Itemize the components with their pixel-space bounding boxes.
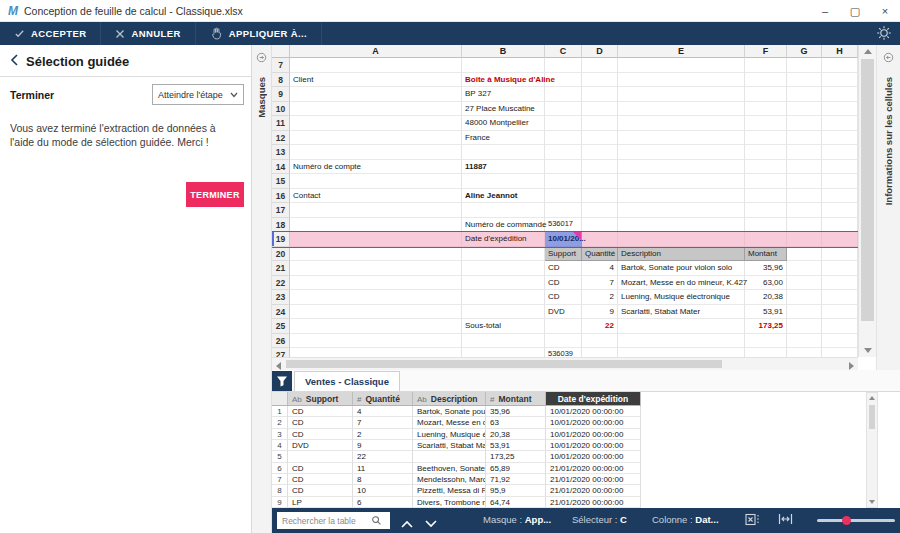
cell-F11[interactable] bbox=[745, 116, 787, 131]
cell-H16[interactable] bbox=[822, 189, 858, 204]
cell-E18[interactable] bbox=[618, 218, 745, 233]
cell-H10[interactable] bbox=[822, 102, 858, 117]
cell-E12[interactable] bbox=[618, 131, 745, 146]
cell-A27[interactable] bbox=[290, 348, 462, 357]
table-search-box[interactable] bbox=[277, 512, 390, 529]
table-cell[interactable]: 8 bbox=[353, 474, 413, 485]
cell-H14[interactable] bbox=[822, 160, 858, 175]
row-header-18[interactable]: 18 bbox=[272, 218, 290, 233]
cell-A7[interactable] bbox=[290, 58, 462, 73]
autohide-pin-icon[interactable] bbox=[883, 49, 894, 67]
cell-G7[interactable] bbox=[787, 58, 822, 73]
table-row-number[interactable]: 4 bbox=[272, 440, 288, 451]
table-cell[interactable]: Beethoven, Sonate P... bbox=[413, 463, 486, 474]
table-cell[interactable]: CD bbox=[288, 406, 353, 417]
table-column-header-montant[interactable]: #Montant bbox=[486, 392, 546, 406]
row-header-19[interactable]: 19 bbox=[272, 232, 290, 247]
row-header-27[interactable]: 27 bbox=[272, 348, 290, 357]
cell-G21[interactable] bbox=[787, 261, 822, 276]
cell-F17[interactable] bbox=[745, 203, 787, 218]
cell-A16[interactable]: Contact bbox=[290, 189, 462, 204]
cell-C8[interactable] bbox=[545, 73, 582, 88]
cell-G14[interactable] bbox=[787, 160, 822, 175]
table-cell[interactable]: Mozart, Messe en do... bbox=[413, 417, 486, 428]
cell-B19[interactable]: Date d'expédition bbox=[462, 232, 545, 247]
table-cell[interactable]: 35,96 bbox=[486, 406, 546, 417]
table-cell[interactable]: 53,91 bbox=[486, 440, 546, 451]
table-cell[interactable]: 10 bbox=[353, 485, 413, 496]
sheet-vertical-scrollbar[interactable] bbox=[858, 45, 876, 357]
row-header-24[interactable]: 24 bbox=[272, 305, 290, 320]
cell-F8[interactable] bbox=[745, 73, 787, 88]
cell-C11[interactable] bbox=[545, 116, 582, 131]
cell-D14[interactable] bbox=[582, 160, 618, 175]
cell-A23[interactable] bbox=[290, 290, 462, 305]
cell-D25[interactable]: 22 bbox=[582, 319, 618, 334]
row-header-22[interactable]: 22 bbox=[272, 276, 290, 291]
table-row-number[interactable]: 3 bbox=[272, 429, 288, 440]
row-header-7[interactable]: 7 bbox=[272, 58, 290, 73]
cell-H17[interactable] bbox=[822, 203, 858, 218]
cell-G24[interactable] bbox=[787, 305, 822, 320]
column-header-G[interactable]: G bbox=[787, 45, 822, 58]
table-cell[interactable]: LP bbox=[288, 497, 353, 508]
cell-A10[interactable] bbox=[290, 102, 462, 117]
cell-D26[interactable] bbox=[582, 334, 618, 349]
column-header-F[interactable]: F bbox=[745, 45, 787, 58]
cell-E15[interactable] bbox=[618, 174, 745, 189]
row-header-17[interactable]: 17 bbox=[272, 203, 290, 218]
table-row-number[interactable]: 7 bbox=[272, 474, 288, 485]
cell-E9[interactable] bbox=[618, 87, 745, 102]
table-row[interactable]: 7CD8Mendelssohn, March...71,9221/01/2020… bbox=[272, 474, 872, 485]
sheet-corner[interactable] bbox=[272, 45, 290, 58]
table-cell[interactable]: 10/01/2020 00:00:00 bbox=[546, 440, 641, 451]
table-cell[interactable]: Divers, Trombone mo... bbox=[413, 497, 486, 508]
table-row[interactable]: 3CD2Luening, Musique éle...20,3810/01/20… bbox=[272, 429, 872, 440]
scroll-down-icon[interactable] bbox=[869, 500, 875, 504]
table-row-number[interactable]: 5 bbox=[272, 451, 288, 462]
cell-D8[interactable] bbox=[582, 73, 618, 88]
table-vertical-scrollbar[interactable] bbox=[866, 392, 878, 508]
cell-A18[interactable] bbox=[290, 218, 462, 233]
row-header-11[interactable]: 11 bbox=[272, 116, 290, 131]
row-header-9[interactable]: 9 bbox=[272, 87, 290, 102]
cell-E25[interactable] bbox=[618, 319, 745, 334]
cell-G9[interactable] bbox=[787, 87, 822, 102]
cell-H8[interactable] bbox=[822, 73, 858, 88]
cell-D27[interactable] bbox=[582, 348, 618, 357]
cell-H26[interactable] bbox=[822, 334, 858, 349]
cell-B9[interactable]: BP 327 bbox=[462, 87, 545, 102]
table-row[interactable]: 1CD4Bartok, Sonate pour...35,9610/01/202… bbox=[272, 406, 872, 417]
column-header-D[interactable]: D bbox=[582, 45, 618, 58]
scroll-up-icon[interactable] bbox=[869, 396, 875, 400]
cell-E20[interactable]: Description bbox=[618, 247, 745, 262]
cell-G16[interactable] bbox=[787, 189, 822, 204]
table-row[interactable]: 9LP6Divers, Trombone mo...64,7421/01/202… bbox=[272, 497, 872, 508]
cell-E16[interactable] bbox=[618, 189, 745, 204]
scroll-left-icon[interactable] bbox=[276, 362, 281, 370]
cell-D17[interactable] bbox=[582, 203, 618, 218]
table-cell[interactable]: 95,9 bbox=[486, 485, 546, 496]
table-cell[interactable]: Pizzetti, Messa di Re... bbox=[413, 485, 486, 496]
table-cell[interactable]: Scarlatti, Stabat Mater bbox=[413, 440, 486, 451]
hscroll-thumb[interactable] bbox=[286, 360, 722, 368]
cell-H20[interactable] bbox=[822, 247, 858, 262]
table-cell[interactable]: 21/01/2020 00:00:00 bbox=[546, 474, 641, 485]
cell-F27[interactable] bbox=[745, 348, 787, 357]
cell-F26[interactable] bbox=[745, 334, 787, 349]
cell-F14[interactable] bbox=[745, 160, 787, 175]
tab-ventes-classique[interactable]: Ventes - Classique bbox=[294, 371, 400, 391]
cell-A8[interactable]: Client bbox=[290, 73, 462, 88]
cell-E11[interactable] bbox=[618, 116, 745, 131]
cell-F12[interactable] bbox=[745, 131, 787, 146]
cell-H9[interactable] bbox=[822, 87, 858, 102]
cell-E26[interactable] bbox=[618, 334, 745, 349]
cell-D19[interactable] bbox=[582, 232, 618, 247]
table-column-header-support[interactable]: AbSupport bbox=[288, 392, 353, 406]
cell-F16[interactable] bbox=[745, 189, 787, 204]
cell-F25[interactable]: 173,25 bbox=[745, 319, 787, 334]
cell-C10[interactable] bbox=[545, 102, 582, 117]
table-cell[interactable] bbox=[413, 451, 486, 462]
table-row-number[interactable]: 1 bbox=[272, 406, 288, 417]
table-cell[interactable]: 10/01/2020 00:00:00 bbox=[546, 417, 641, 428]
